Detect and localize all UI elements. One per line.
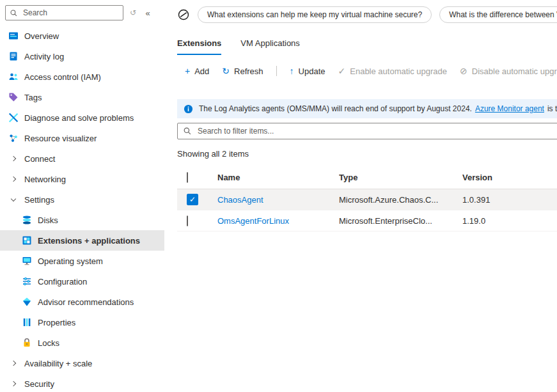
toolbar-label: Update bbox=[299, 67, 326, 76]
sidebar-item-resource-visualizer[interactable]: Resource visualizer bbox=[0, 128, 164, 148]
main-content: What extensions can help me keep my virt… bbox=[164, 0, 557, 392]
sidebar-item-label: Connect bbox=[24, 154, 55, 164]
sidebar-search-box[interactable] bbox=[5, 5, 123, 20]
sidebar-item-label: Configuration bbox=[38, 277, 87, 286]
copilot-icon[interactable] bbox=[177, 8, 190, 21]
tab-vm-applications[interactable]: VM Applications bbox=[240, 38, 300, 55]
refresh-menu-icon[interactable]: ↺ bbox=[128, 8, 138, 17]
sidebar-item-configuration[interactable]: Configuration bbox=[0, 271, 164, 292]
search-icon bbox=[183, 127, 192, 136]
select-all-checkbox[interactable] bbox=[187, 172, 188, 183]
tab-bar: ExtensionsVM Applications bbox=[177, 38, 557, 55]
sidebar-item-label: Locks bbox=[38, 338, 59, 348]
locks-icon bbox=[21, 338, 32, 349]
command-bar: +Add↻Refresh↑Update✓Enable automatic upg… bbox=[177, 62, 557, 80]
toolbar-add-button[interactable]: +Add bbox=[185, 67, 209, 76]
advisor-icon bbox=[21, 297, 32, 308]
properties-icon bbox=[21, 317, 32, 328]
extension-type: Microsoft.Azure.Chaos.C... bbox=[339, 195, 462, 205]
extensions-icon bbox=[21, 235, 32, 246]
sidebar-item-disks[interactable]: Disks bbox=[0, 210, 164, 230]
sidebar-item-label: Security bbox=[24, 379, 54, 389]
sidebar-item-label: Extensions + applications bbox=[38, 236, 140, 246]
toolbar-enable-automatic-upgrade-button: ✓Enable automatic upgrade bbox=[338, 67, 448, 76]
toolbar-refresh-button[interactable]: ↻Refresh bbox=[222, 67, 263, 76]
sidebar-item-label: Access control (IAM) bbox=[24, 72, 101, 82]
toolbar-label: Disable automatic upgrade bbox=[472, 67, 557, 76]
toolbar-update-button[interactable]: ↑Update bbox=[290, 67, 326, 76]
configuration-icon bbox=[21, 276, 32, 287]
sidebar-item-advisor-recommendations[interactable]: Advisor recommendations bbox=[0, 292, 164, 312]
update-icon: ↑ bbox=[290, 67, 294, 75]
extension-name-link[interactable]: ChaosAgent bbox=[217, 195, 263, 205]
toolbar-disable-automatic-upgrade-button: ⊘Disable automatic upgrade bbox=[460, 67, 557, 76]
sidebar-item-operating-system[interactable]: Operating system bbox=[0, 251, 164, 271]
sidebar-item-label: Settings bbox=[24, 195, 54, 205]
toolbar-divider bbox=[276, 66, 277, 76]
sidebar-item-tags[interactable]: Tags bbox=[0, 87, 164, 107]
sidebar-header: ↺ « bbox=[0, 0, 164, 20]
sidebar-item-access-control-iam[interactable]: Access control (IAM) bbox=[0, 67, 164, 87]
toolbar-label: Enable automatic upgrade bbox=[350, 67, 447, 76]
sidebar-item-label: Activity log bbox=[24, 52, 64, 61]
sidebar-search-input[interactable] bbox=[22, 8, 119, 18]
os-icon bbox=[21, 256, 32, 267]
sidebar-item-label: Disks bbox=[38, 216, 58, 225]
sidebar-item-availability-scale[interactable]: Availability + scale bbox=[0, 353, 164, 373]
sidebar-item-locks[interactable]: Locks bbox=[0, 333, 164, 353]
sidebar-item-diagnose-and-solve-problems[interactable]: Diagnose and solve problems bbox=[0, 107, 164, 128]
filter-search-box[interactable] bbox=[177, 123, 557, 139]
chevron-right-icon bbox=[8, 174, 19, 185]
sidebar-item-overview[interactable]: Overview bbox=[0, 26, 164, 46]
sidebar-item-activity-log[interactable]: Activity log bbox=[0, 46, 164, 67]
banner-suffix: is t bbox=[547, 104, 557, 113]
sidebar-item-connect[interactable]: Connect bbox=[0, 148, 164, 169]
copilot-suggestion-chip[interactable]: What extensions can help me keep my virt… bbox=[198, 6, 432, 23]
overview-icon bbox=[8, 31, 19, 42]
resource-visualizer-icon bbox=[8, 133, 19, 144]
resource-menu-sidebar: ↺ « OverviewActivity logAccess control (… bbox=[0, 0, 164, 392]
sidebar-item-label: Resource visualizer bbox=[24, 134, 97, 143]
row-checkbox[interactable] bbox=[187, 216, 188, 226]
info-banner: The Log Analytics agents (OMS/MMA) will … bbox=[177, 99, 557, 118]
add-icon: + bbox=[185, 67, 190, 75]
tab-extensions[interactable]: Extensions bbox=[177, 38, 221, 55]
extension-version: 1.19.0 bbox=[462, 216, 557, 226]
sidebar-item-label: Operating system bbox=[38, 256, 103, 266]
sidebar-item-extensions-applications[interactable]: Extensions + applications bbox=[0, 230, 164, 251]
extension-type: Microsoft.EnterpriseClo... bbox=[339, 216, 462, 226]
sidebar-item-networking[interactable]: Networking bbox=[0, 169, 164, 189]
sidebar-item-properties[interactable]: Properties bbox=[0, 312, 164, 333]
disks-icon bbox=[21, 215, 32, 226]
diagnose-icon bbox=[8, 113, 19, 123]
chevron-down-icon bbox=[8, 194, 19, 205]
extensions-table: Name Type Version ✓ChaosAgentMicrosoft.A… bbox=[177, 166, 557, 231]
table-header-row: Name Type Version bbox=[177, 166, 557, 189]
sidebar-menu: OverviewActivity logAccess control (IAM)… bbox=[0, 26, 164, 392]
block-icon: ⊘ bbox=[460, 67, 467, 75]
sidebar-item-settings[interactable]: Settings bbox=[0, 189, 164, 210]
table-row[interactable]: OmsAgentForLinuxMicrosoft.EnterpriseClo.… bbox=[177, 210, 557, 231]
chevron-right-icon bbox=[8, 379, 19, 389]
banner-text: The Log Analytics agents (OMS/MMA) will … bbox=[199, 104, 472, 113]
extension-name-link[interactable]: OmsAgentForLinux bbox=[217, 216, 289, 226]
extension-version: 1.0.391 bbox=[462, 195, 557, 205]
filter-input[interactable] bbox=[196, 126, 557, 136]
toolbar-label: Refresh bbox=[234, 67, 263, 76]
chevron-right-icon bbox=[8, 358, 19, 369]
table-body: ✓ChaosAgentMicrosoft.Azure.Chaos.C...1.0… bbox=[177, 189, 557, 231]
sidebar-item-label: Properties bbox=[38, 318, 75, 327]
azure-monitor-agent-link[interactable]: Azure Monitor agent bbox=[475, 104, 544, 113]
sidebar-item-label: Advisor recommendations bbox=[38, 297, 134, 307]
tags-icon bbox=[8, 92, 19, 103]
sidebar-item-security[interactable]: Security bbox=[0, 373, 164, 392]
chevron-right-icon bbox=[8, 153, 19, 164]
column-header-name[interactable]: Name bbox=[217, 173, 339, 182]
copilot-suggestion-chip[interactable]: What is the difference between VM a bbox=[439, 6, 557, 23]
collapse-menu-icon[interactable]: « bbox=[143, 8, 153, 18]
column-header-type[interactable]: Type bbox=[339, 173, 462, 182]
column-header-version[interactable]: Version bbox=[462, 173, 557, 182]
table-row[interactable]: ✓ChaosAgentMicrosoft.Azure.Chaos.C...1.0… bbox=[177, 189, 557, 210]
row-checkbox[interactable]: ✓ bbox=[187, 194, 198, 205]
refresh-icon: ↻ bbox=[222, 67, 230, 75]
